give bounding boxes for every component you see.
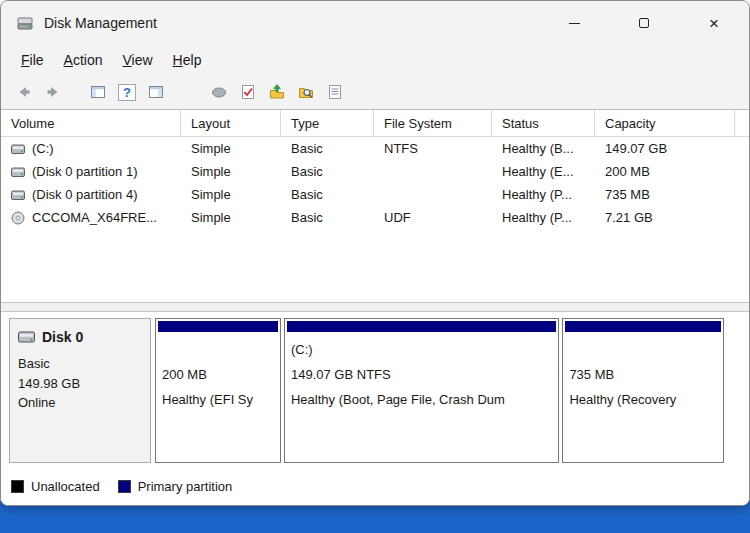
legend-unallocated: Unallocated: [11, 479, 100, 494]
volume-name: (Disk 0 partition 1): [32, 164, 137, 179]
partition-strip: 200 MB Healthy (EFI Sy (C:) 149.07 GB NT…: [155, 318, 741, 463]
table-row[interactable]: (Disk 0 partition 4) Simple Basic Health…: [1, 183, 749, 206]
column-header-partial[interactable]: [735, 110, 749, 136]
minimize-icon: [569, 23, 580, 24]
show-action-pane-button[interactable]: [143, 79, 169, 105]
forward-button[interactable]: [40, 79, 66, 105]
column-header-type[interactable]: Type: [281, 110, 374, 136]
disk-management-app-icon[interactable]: [17, 15, 33, 31]
volume-list-pane: Volume Layout Type File System Status Ca…: [1, 109, 749, 302]
toolbar: ?: [1, 75, 749, 109]
disk-type: Basic: [18, 354, 142, 374]
volume-name: CCCOMA_X64FRE...: [32, 210, 157, 225]
close-icon: ×: [709, 15, 719, 32]
properties-icon: [210, 83, 228, 101]
maximize-button[interactable]: [609, 1, 679, 45]
back-button[interactable]: [11, 79, 37, 105]
primary-partition-swatch: [118, 480, 131, 493]
disk-name: Disk 0: [42, 329, 83, 345]
pane-splitter[interactable]: [1, 302, 749, 312]
table-row[interactable]: (Disk 0 partition 1) Simple Basic Health…: [1, 160, 749, 183]
type-cell: Basic: [281, 210, 374, 225]
disk-status: Online: [18, 393, 142, 413]
layout-cell: Simple: [181, 210, 281, 225]
partition-size: 735 MB: [569, 367, 716, 392]
move-up-button[interactable]: [264, 79, 290, 105]
table-row[interactable]: CCCOMA_X64FRE... Simple Basic UDF Health…: [1, 206, 749, 229]
volume-cell: (Disk 0 partition 1): [1, 164, 181, 179]
volume-cell: (C:): [1, 141, 181, 156]
partition-color-bar: [287, 321, 556, 332]
cd-rom-icon: [11, 211, 25, 225]
partition-status: Healthy (Boot, Page File, Crash Dum: [291, 392, 552, 417]
minimize-button[interactable]: [539, 1, 609, 45]
type-cell: Basic: [281, 141, 374, 156]
column-header-capacity[interactable]: Capacity: [595, 110, 735, 136]
volume-table-header: Volume Layout Type File System Status Ca…: [1, 110, 749, 137]
capacity-cell: 735 MB: [595, 187, 735, 202]
disk0-row: Disk 0 Basic 149.98 GB Online 200 MB Hea…: [9, 318, 741, 463]
legend: Unallocated Primary partition: [11, 479, 232, 494]
capacity-cell: 200 MB: [595, 164, 735, 179]
partition-block-efi[interactable]: 200 MB Healthy (EFI Sy: [155, 318, 281, 463]
unallocated-swatch: [11, 480, 24, 493]
partition-size: 200 MB: [162, 367, 274, 392]
column-header-layout[interactable]: Layout: [181, 110, 281, 136]
partition-block-c[interactable]: (C:) 149.07 GB NTFS Healthy (Boot, Page …: [284, 318, 559, 463]
export-list-icon: [326, 83, 344, 101]
back-icon: [15, 83, 33, 101]
disk0-header-panel[interactable]: Disk 0 Basic 149.98 GB Online: [9, 318, 151, 463]
partition-name: [569, 342, 716, 367]
capacity-cell: 149.07 GB: [595, 141, 735, 156]
column-header-file-system[interactable]: File System: [374, 110, 492, 136]
menu-item-file[interactable]: File: [11, 48, 54, 72]
disk-size: 149.98 GB: [18, 374, 142, 394]
partition-status: Healthy (EFI Sy: [162, 392, 274, 417]
check-disk-icon: [239, 83, 257, 101]
help-button[interactable]: ?: [114, 79, 140, 105]
export-list-button[interactable]: [322, 79, 348, 105]
partition-color-bar: [565, 321, 720, 332]
show-console-tree-button[interactable]: [85, 79, 111, 105]
partition-name: [162, 342, 274, 367]
disk-drive-icon: [18, 330, 35, 344]
column-header-volume[interactable]: Volume: [1, 110, 181, 136]
disk-management-window: Disk Management × File Action View Help: [0, 0, 750, 506]
caption-buttons: ×: [539, 1, 749, 45]
partition-status: Healthy (Recovery: [569, 392, 716, 417]
disk-graphical-pane: Disk 0 Basic 149.98 GB Online 200 MB Hea…: [1, 312, 749, 505]
menu-item-help[interactable]: Help: [163, 48, 212, 72]
help-icon: ?: [118, 84, 136, 101]
hard-disk-icon: [11, 143, 25, 155]
layout-cell: Simple: [181, 164, 281, 179]
menu-item-view[interactable]: View: [113, 48, 163, 72]
partition-color-bar: [158, 321, 278, 332]
titlebar[interactable]: Disk Management ×: [1, 1, 749, 45]
maximize-icon: [639, 18, 649, 28]
menu-item-action[interactable]: Action: [54, 48, 113, 72]
explore-button[interactable]: [293, 79, 319, 105]
hard-disk-icon: [11, 166, 25, 178]
forward-icon: [44, 83, 62, 101]
legend-label: Unallocated: [31, 479, 100, 494]
volume-cell: CCCOMA_X64FRE...: [1, 210, 181, 225]
status-cell: Healthy (E...: [492, 164, 595, 179]
menubar: File Action View Help: [1, 45, 749, 75]
move-up-icon: [268, 83, 286, 101]
layout-cell: Simple: [181, 187, 281, 202]
type-cell: Basic: [281, 187, 374, 202]
partition-block-recovery[interactable]: 735 MB Healthy (Recovery: [562, 318, 723, 463]
status-cell: Healthy (P...: [492, 210, 595, 225]
check-disk-button[interactable]: [235, 79, 261, 105]
legend-label: Primary partition: [138, 479, 233, 494]
properties-button[interactable]: [206, 79, 232, 105]
partition-name: (C:): [291, 342, 552, 367]
capacity-cell: 7.21 GB: [595, 210, 735, 225]
hard-disk-icon: [11, 189, 25, 201]
table-row[interactable]: (C:) Simple Basic NTFS Healthy (B... 149…: [1, 137, 749, 160]
close-button[interactable]: ×: [679, 1, 749, 45]
show-console-tree-icon: [89, 83, 107, 101]
partition-size: 149.07 GB NTFS: [291, 367, 552, 392]
layout-cell: Simple: [181, 141, 281, 156]
column-header-status[interactable]: Status: [492, 110, 595, 136]
